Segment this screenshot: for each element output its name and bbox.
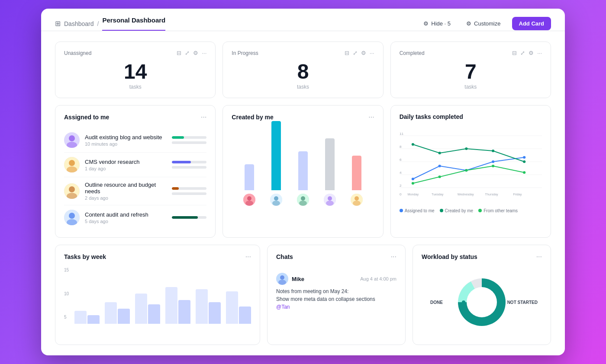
- svg-text:Thursday: Thursday: [485, 193, 498, 196]
- expand-icon-3[interactable]: ⤢: [520, 50, 525, 56]
- svg-point-14: [245, 201, 253, 206]
- stat-actions-3: ⊟ ⤢ ⚙ ···: [512, 50, 542, 56]
- svg-point-46: [492, 150, 494, 152]
- svg-point-16: [274, 196, 278, 201]
- svg-text:Monday: Monday: [407, 193, 419, 196]
- assigned-to-me-card: Assigned to me ··· Audit existing blog a…: [55, 105, 216, 238]
- created-by-me-title: Created by me: [232, 114, 273, 121]
- pie-label-not-started: NOT STARTED: [507, 300, 538, 305]
- svg-point-49: [438, 176, 441, 178]
- svg-text:11: 11: [400, 132, 404, 136]
- svg-point-10: [69, 213, 75, 219]
- svg-point-60: [278, 280, 286, 285]
- add-card-button[interactable]: Add Card: [512, 17, 551, 30]
- svg-point-44: [438, 152, 441, 154]
- more-icon-3[interactable]: ···: [537, 50, 542, 56]
- customize-button[interactable]: ⚙ Customize: [462, 18, 505, 29]
- stat-number-inprogress: 8: [232, 61, 374, 82]
- tasks-by-week-card: Tasks by week ··· 15 10 5: [55, 245, 260, 345]
- created-by-me-chart: [232, 128, 374, 206]
- stat-label-unassigned: Unassigned: [64, 50, 91, 56]
- svg-point-22: [328, 196, 332, 201]
- pie-chart: DONE NOT STA: [422, 268, 542, 337]
- chats-card: Chats ··· Mike Aug 4 at 4:00 pm Notes fr…: [267, 245, 406, 345]
- task-item[interactable]: Outline resource and budget needs 2 days…: [64, 177, 206, 205]
- expand-icon-2[interactable]: ⤢: [353, 50, 358, 56]
- svg-point-62: [467, 287, 497, 317]
- task-item[interactable]: Content audit and refresh 5 days ago: [64, 205, 206, 230]
- svg-point-26: [353, 201, 361, 206]
- bottom-row: Tasks by week ··· 15 10 5: [55, 245, 551, 345]
- task-time-4: 5 days ago: [85, 219, 167, 224]
- filter-icon[interactable]: ⊟: [177, 50, 181, 56]
- svg-text:Tuesday: Tuesday: [432, 193, 444, 196]
- svg-point-25: [355, 196, 359, 201]
- customize-icon: ⚙: [466, 20, 471, 27]
- task-time-1: 10 minutes ago: [85, 141, 167, 147]
- task-name-4: Content audit and refresh: [85, 211, 167, 218]
- stat-sub-completed: tasks: [400, 84, 542, 90]
- app-container: ⊞ Dashboard / Personal Dashboard ⚙ Hide …: [41, 9, 565, 355]
- svg-point-7: [69, 186, 75, 192]
- more-icon-2[interactable]: ···: [370, 50, 374, 56]
- y-label-15: 15: [64, 268, 69, 272]
- header-actions: ⚙ Hide · 5 ⚙ Customize Add Card: [419, 17, 551, 30]
- settings-icon[interactable]: ⚙: [193, 50, 198, 56]
- expand-icon[interactable]: ⤢: [185, 50, 190, 56]
- y-label-5: 5: [64, 315, 69, 319]
- workload-more-button[interactable]: ···: [536, 253, 542, 261]
- created-more-button[interactable]: ···: [368, 113, 374, 121]
- task-name-1: Audit existing blog and website: [85, 134, 167, 140]
- task-item[interactable]: CMS vendor research 1 day ago: [64, 153, 206, 177]
- svg-text:Friday: Friday: [513, 193, 522, 196]
- task-list: Audit existing blog and website 10 minut…: [64, 128, 206, 230]
- filter-icon-3[interactable]: ⊟: [512, 50, 517, 56]
- breadcrumb: ⊞ Dashboard / Personal Dashboard: [55, 16, 165, 31]
- breadcrumb-parent[interactable]: Dashboard: [64, 20, 94, 27]
- svg-text:6: 6: [400, 158, 402, 162]
- breadcrumb-current: Personal Dashboard: [102, 16, 165, 31]
- stat-card-inprogress: In Progress ⊟ ⤢ ⚙ ··· 8 tasks: [222, 42, 383, 98]
- hide-button[interactable]: ⚙ Hide · 5: [419, 18, 455, 29]
- tasks-week-more-button[interactable]: ···: [245, 253, 251, 261]
- svg-point-47: [523, 160, 525, 163]
- assigned-more-button[interactable]: ···: [201, 113, 206, 121]
- avatar-1: [64, 132, 80, 148]
- task-item[interactable]: Audit existing blog and website 10 minut…: [64, 128, 206, 153]
- stat-card-unassigned: Unassigned ⊟ ⤢ ⚙ ··· 14 tasks: [55, 42, 216, 98]
- svg-point-4: [69, 160, 75, 166]
- assigned-to-me-title: Assigned to me: [64, 114, 109, 121]
- more-icon[interactable]: ···: [202, 50, 206, 56]
- stat-number-completed: 7: [400, 61, 542, 82]
- svg-point-41: [492, 160, 494, 163]
- stat-label-completed: Completed: [400, 50, 425, 56]
- y-label-10: 10: [64, 291, 69, 296]
- svg-point-59: [280, 275, 284, 280]
- svg-text:0: 0: [400, 192, 402, 196]
- svg-point-51: [492, 165, 494, 167]
- svg-point-20: [299, 201, 307, 206]
- chats-title: Chats: [276, 253, 293, 260]
- chats-more-button[interactable]: ···: [391, 253, 396, 261]
- settings-icon-2[interactable]: ⚙: [361, 50, 366, 56]
- svg-point-42: [523, 156, 525, 159]
- chart-legend: Assigned to me Created by me From other …: [400, 208, 542, 213]
- avatar-2: [64, 157, 80, 172]
- task-time-3: 2 days ago: [85, 195, 167, 201]
- workload-title: Workload by status: [422, 253, 477, 260]
- workload-card: Workload by status ··· DONE: [413, 245, 551, 345]
- svg-text:Wednesday: Wednesday: [457, 193, 474, 196]
- settings-icon-3[interactable]: ⚙: [529, 50, 534, 56]
- tasks-by-week-title: Tasks by week: [64, 253, 106, 260]
- chat-mention[interactable]: @Tan: [276, 303, 396, 311]
- svg-point-50: [465, 169, 467, 172]
- stat-sub-inprogress: tasks: [232, 84, 374, 90]
- chat-content: Notes from meeting on May 24: Show more …: [276, 287, 396, 311]
- chat-sender-name: Mike: [292, 276, 304, 282]
- filter-icon-2[interactable]: ⊟: [345, 50, 349, 56]
- pie-label-done: DONE: [430, 300, 443, 305]
- svg-text:2: 2: [400, 184, 402, 188]
- svg-point-48: [411, 182, 414, 185]
- daily-tasks-card: Daily tasks completed 11 8 6 4: [390, 105, 551, 238]
- svg-point-1: [69, 135, 75, 141]
